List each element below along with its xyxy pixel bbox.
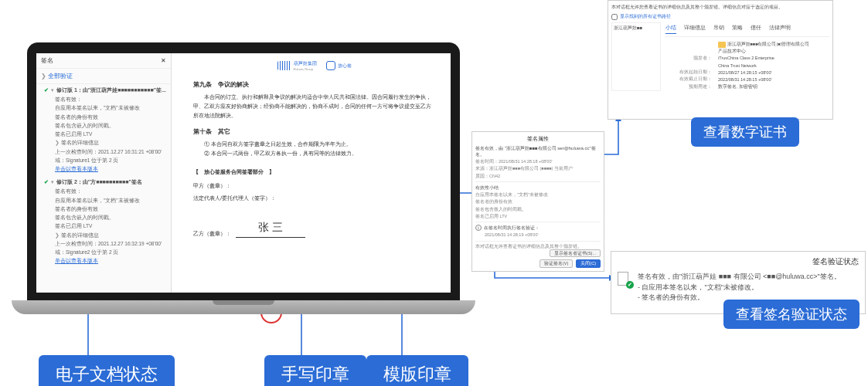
callout-view-cert: 查看数字证书	[691, 117, 799, 147]
document-view: 葫芦娃集团Huluwa Group 放心签 第九条 争议的解决 本合同的订立、执…	[172, 53, 451, 293]
signature-panel: 签名 ✕ ❯ 全部验证 ✔▾修订版 1：由"浙江葫芦娃■■■■■■■■■■■"签…	[36, 53, 172, 293]
callout-doc-state: 电子文档状态	[39, 355, 175, 386]
party-a-rep: 法定代表人/委托代理人（签字）：	[193, 194, 435, 203]
close-button[interactable]: 关闭(C)	[576, 259, 601, 268]
close-icon[interactable]: ✕	[161, 57, 166, 64]
sign-section-header: 【 放心签服务合同签署部分 】	[193, 169, 274, 174]
dialog-title: 签名验证状态	[618, 256, 859, 267]
paragraph: ② 本合同一式两份，甲乙双方各执一份，具有同等的法律效力。	[193, 149, 435, 158]
party-b-label: 乙方（盖章）：	[193, 229, 231, 239]
signature-entry[interactable]: ✔▾修订版 1：由"浙江葫芦娃■■■■■■■■■■■"签... 签名有效： 自应…	[36, 84, 171, 176]
cert-tabs[interactable]: 小结 详细信息 吊销 策略 信任 法律声明	[665, 22, 829, 37]
section-heading: 第九条 争议的解决	[193, 80, 435, 90]
verify-all-link[interactable]: 全部验证	[48, 73, 73, 80]
chevron-icon[interactable]: ❯	[41, 73, 46, 80]
paragraph: ① 本合同自双方签字盖章之日起生效，合作期限为半年为止。	[193, 140, 435, 149]
callout-template-stamp: 模版印章	[366, 355, 468, 386]
verify-button[interactable]: 验证签名(V)	[540, 259, 573, 268]
callout-hand-stamp: 手写印章	[264, 355, 366, 386]
signature-properties-dialog: 签名属性 签名有效，由 "浙江葫芦娃■■■有限公司 ser@huluwa.cc"…	[471, 131, 604, 272]
cert-tree[interactable]: 浙江葫芦娃■■	[611, 22, 661, 91]
check-icon: ✔	[44, 178, 49, 187]
certificate-viewer: 本对话框允许您查看证书的详细信息及其整个颁发链。详细信息对应于选定的项目。 显示…	[608, 0, 833, 120]
handwritten-signature: 张 三	[236, 218, 305, 239]
logo-huluwa: 葫芦娃集团Huluwa Group	[277, 59, 317, 73]
folder-icon	[718, 42, 726, 48]
party-a-label: 甲方（盖章）：	[193, 181, 435, 191]
laptop-mockup: 签名 ✕ ❯ 全部验证 ✔▾修订版 1：由"浙江葫芦娃■■■■■■■■■■■"签…	[27, 42, 460, 314]
view-version-link[interactable]: 单击以查看本版本	[55, 257, 168, 265]
valid-signature-icon: ✔	[618, 272, 631, 287]
laptop-base	[12, 300, 475, 314]
show-all-paths-checkbox[interactable]	[611, 14, 618, 20]
check-icon: ✔	[44, 86, 49, 95]
callout-view-status: 查看签名验证状态	[723, 300, 859, 329]
logo-fangxinqian: 放心签	[326, 59, 352, 73]
section-heading: 第十条 其它	[193, 127, 435, 137]
info-icon: i	[475, 225, 482, 231]
panel-title: 签名	[41, 56, 53, 65]
signature-entry[interactable]: ✔▾修订版 2：由"方■■■■■■■■■■"签名 签名有效： 自应用本签名以来，…	[36, 176, 171, 268]
show-cert-button[interactable]: 显示签名者证书(S)...	[550, 249, 601, 257]
paragraph: 本合同的订立、执行和解释及争议的解决均适合中华人民共和国法律。因合同履行发生的争…	[193, 93, 435, 120]
dialog-title: 签名属性	[475, 135, 601, 143]
view-version-link[interactable]: 单击以查看本版本	[55, 165, 168, 173]
